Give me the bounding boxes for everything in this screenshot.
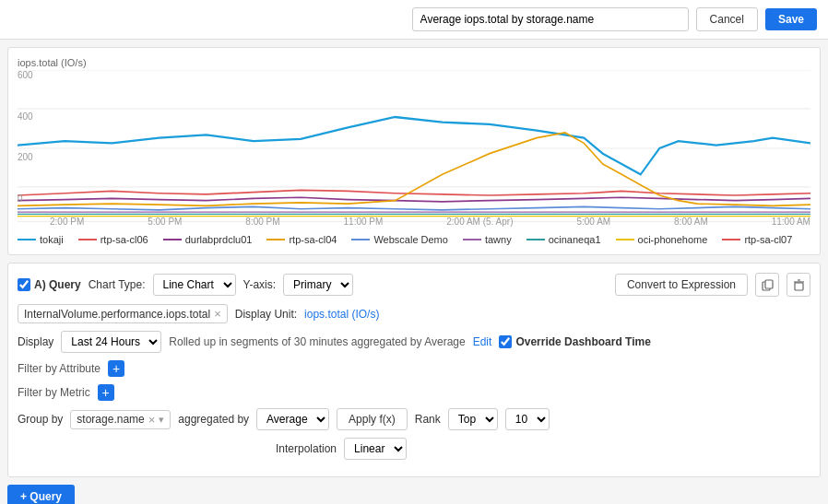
metric-tag: InternalVolume.performance.iops.total × (18, 304, 228, 323)
x-axis-ticks: 2:00 PM 5:00 PM 8:00 PM 11:00 PM 2:00 AM… (50, 217, 810, 227)
duplicate-button[interactable] (755, 273, 779, 297)
legend-color (351, 239, 370, 240)
aggregated-by-label: aggregated by (178, 413, 249, 426)
query-section: A) Query Chart Type: Line Chart Y-axis: … (7, 263, 821, 477)
rank-value-select[interactable]: 10 (505, 408, 550, 430)
rank-label: Rank (415, 413, 441, 426)
interpolation-select[interactable]: Linear (344, 438, 407, 460)
legend-label: rtp-sa-cl06 (101, 234, 148, 245)
interpolation-row: Interpolation Linear (18, 438, 810, 460)
legend-color (526, 239, 545, 240)
legend-label: rtp-sa-cl04 (289, 234, 337, 245)
query-checkbox[interactable] (18, 278, 30, 291)
svg-rect-7 (795, 283, 803, 290)
rollup-text: Rolled up in segments of 30 minutes aggr… (169, 335, 465, 348)
query-checkbox-label[interactable]: A) Query (18, 278, 81, 291)
title-input[interactable]: Average iops.total by storage.name (412, 7, 689, 31)
legend-label: Webscale Demo (373, 234, 448, 245)
svg-rect-6 (765, 280, 773, 288)
y-axis-label: iops.total (IO/s) (18, 57, 810, 68)
display-row: Display Last 24 Hours Rolled up in segme… (18, 331, 810, 353)
top-bar: Average iops.total by storage.name Cance… (0, 0, 828, 40)
override-checkbox[interactable] (499, 335, 512, 348)
edit-link[interactable]: Edit (473, 335, 492, 348)
group-by-label: Group by (18, 413, 63, 426)
legend-label: ocinaneqa1 (549, 234, 601, 245)
group-by-remove[interactable]: × (148, 413, 156, 427)
yaxis-select[interactable]: Primary (283, 274, 353, 296)
delete-button[interactable] (787, 273, 810, 297)
legend-label: oci-phonehome (638, 234, 708, 245)
legend-item: Webscale Demo (351, 234, 448, 245)
group-by-input: storage.name × ▾ (70, 410, 171, 429)
legend-color (266, 239, 285, 240)
save-button[interactable]: Save (765, 8, 817, 30)
chart-container: iops.total (IO/s) 600 (7, 47, 821, 255)
chart-area: 600 400 200 0 2:00 PM 5:00 PM 8:00 PM 11… (18, 70, 810, 227)
display-unit-label: Display Unit: (235, 308, 297, 321)
filter-attribute-label: Filter by Attribute (18, 362, 101, 375)
query-label: A) Query (34, 278, 81, 291)
chart-type-select[interactable]: Line Chart (153, 274, 236, 296)
legend-label: tokaji (40, 234, 64, 245)
legend-color (78, 239, 97, 240)
query-header-row: A) Query Chart Type: Line Chart Y-axis: … (18, 273, 810, 297)
add-filter-metric-button[interactable]: + (98, 384, 114, 401)
add-filter-attribute-button[interactable]: + (108, 360, 124, 377)
override-label: Override Dashboard Time (515, 335, 651, 348)
legend-item: rtp-sa-cl06 (78, 234, 148, 245)
cancel-button[interactable]: Cancel (696, 7, 758, 31)
metric-row: InternalVolume.performance.iops.total × … (18, 304, 810, 323)
metric-tag-remove[interactable]: × (214, 307, 221, 321)
legend-color (163, 239, 182, 240)
chart-legend: tokaji rtp-sa-cl06 durlabprdclu01 rtp-sa… (18, 234, 810, 245)
legend-item: durlabprdclu01 (163, 234, 253, 245)
display-select[interactable]: Last 24 Hours (61, 331, 161, 353)
metric-tag-text: InternalVolume.performance.iops.total (24, 308, 210, 321)
add-query-button[interactable]: + Query (7, 485, 75, 504)
legend-item: oci-phonehome (616, 234, 708, 245)
filter-metric-label: Filter by Metric (18, 386, 90, 399)
filter-metric-row: Filter by Metric + (18, 384, 810, 401)
legend-label: durlabprdclu01 (185, 234, 253, 245)
legend-item: ocinaneqa1 (526, 234, 601, 245)
apply-fx-button[interactable]: Apply f(x) (337, 408, 408, 430)
legend-color (18, 239, 36, 240)
chart-svg (18, 70, 810, 227)
duplicate-icon (762, 279, 774, 291)
legend-color (722, 239, 740, 240)
display-unit-link[interactable]: iops.total (IO/s) (304, 308, 379, 321)
filter-attribute-row: Filter by Attribute + (18, 360, 810, 377)
legend-item: tokaji (18, 234, 64, 245)
rank-top-select[interactable]: Top (448, 408, 498, 430)
yaxis-label: Y-axis: (243, 278, 277, 291)
trash-icon (793, 279, 805, 291)
aggregated-by-select[interactable]: Average (256, 408, 329, 430)
legend-label: tawny (485, 234, 512, 245)
legend-label: rtp-sa-cl07 (744, 234, 792, 245)
legend-color (616, 239, 634, 240)
display-label: Display (18, 335, 53, 348)
group-by-row: Group by storage.name × ▾ aggregated by … (18, 408, 810, 430)
interpolation-label: Interpolation (276, 442, 337, 455)
legend-item: tawny (463, 234, 512, 245)
convert-to-expression-button[interactable]: Convert to Expression (615, 274, 748, 296)
group-by-dropdown-icon[interactable]: ▾ (159, 414, 164, 426)
override-checkbox-label[interactable]: Override Dashboard Time (499, 335, 651, 348)
chart-type-label: Chart Type: (89, 278, 146, 291)
legend-item: rtp-sa-cl07 (722, 234, 792, 245)
y-axis-ticks: 600 400 200 0 (18, 70, 50, 204)
group-by-value: storage.name (77, 413, 144, 426)
legend-item: rtp-sa-cl04 (266, 234, 337, 245)
legend-color (463, 239, 481, 240)
